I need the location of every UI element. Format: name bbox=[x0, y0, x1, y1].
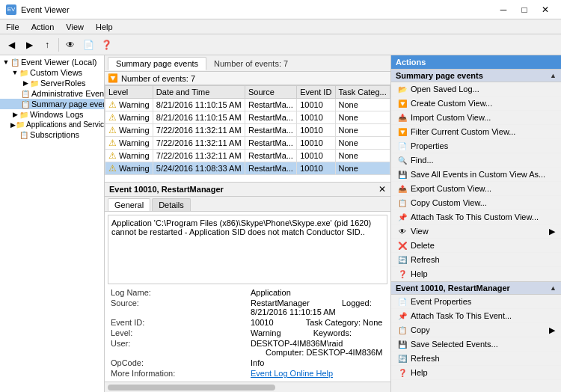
events-table-container: Level Date and Time Source Event ID Task… bbox=[105, 85, 390, 183]
toolbar-show-hide[interactable]: 👁 bbox=[62, 37, 79, 53]
action-item[interactable]: ❓Help bbox=[391, 267, 561, 281]
action-item[interactable]: 📋Copy Custom View... bbox=[391, 196, 561, 210]
col-level[interactable]: Level bbox=[105, 86, 153, 99]
tab-bar: Summary page events Number of events: 7 bbox=[105, 55, 390, 72]
action-label: Help bbox=[411, 368, 428, 377]
action-label: Copy Custom View... bbox=[411, 198, 487, 207]
tree-item-summary-page-events[interactable]: 📋 Summary page events bbox=[0, 99, 104, 109]
action-item[interactable]: 📄Properties bbox=[391, 139, 561, 153]
action-item[interactable]: 👁View▶ bbox=[391, 224, 561, 239]
action-label: Properties bbox=[411, 141, 448, 150]
expand-icon[interactable]: ▶ bbox=[21, 79, 30, 87]
event-detail-title: Event 10010, RestartManager bbox=[109, 185, 224, 194]
toolbar-forward[interactable]: ▶ bbox=[21, 37, 37, 53]
task-category-value: None bbox=[363, 318, 382, 327]
action-item[interactable]: 🔄Refresh bbox=[391, 352, 561, 366]
toolbar: ◀ ▶ ↑ 👁 📄 ❓ bbox=[0, 34, 561, 55]
action-item[interactable]: 💾Save All Events in Custom View As... bbox=[391, 168, 561, 182]
expand-icon[interactable]: ▼ bbox=[10, 69, 19, 76]
menu-file[interactable]: File bbox=[0, 21, 25, 33]
title-bar-text: Event Viewer bbox=[21, 5, 70, 14]
level-value: Warning Keywords: bbox=[248, 328, 387, 338]
action-icon: 🔍 bbox=[397, 155, 408, 165]
opcode-label: OpCode: bbox=[108, 358, 248, 368]
toolbar-up[interactable]: ↑ bbox=[39, 37, 55, 53]
expand-icon[interactable]: ▶ bbox=[10, 121, 16, 129]
menu-help[interactable]: Help bbox=[90, 21, 119, 33]
action-item[interactable]: ❓Help bbox=[391, 366, 561, 380]
menu-bar: File Action View Help bbox=[0, 19, 561, 34]
menu-view[interactable]: View bbox=[60, 21, 90, 33]
table-row[interactable]: ⚠ Warning 7/22/2016 11:32:11 AM RestartM… bbox=[105, 150, 390, 162]
table-row[interactable]: ⚠ Warning 5/24/2016 11:08:33 AM RestartM… bbox=[105, 162, 390, 175]
col-eventid[interactable]: Event ID bbox=[297, 86, 335, 99]
action-item[interactable]: 📌Attach Task To This Event... bbox=[391, 309, 561, 323]
source-value: RestartManager Logged: 8/21/2016 11:10:1… bbox=[248, 298, 387, 317]
action-label: Copy bbox=[411, 325, 430, 334]
action-item[interactable]: 🔍Find... bbox=[391, 153, 561, 168]
table-row[interactable]: ⚠ Warning 8/21/2016 11:10:15 AM RestartM… bbox=[105, 111, 390, 124]
action-item[interactable]: 📂Open Saved Log... bbox=[391, 82, 561, 97]
action-item[interactable]: 🔽Filter Current Custom View... bbox=[391, 125, 561, 139]
expand-icon[interactable]: ▼ bbox=[1, 58, 10, 66]
action-item[interactable]: ❌Delete bbox=[391, 239, 561, 253]
table-row[interactable]: ⚠ Warning 7/22/2016 11:32:11 AM RestartM… bbox=[105, 124, 390, 137]
col-datetime[interactable]: Date and Time bbox=[153, 86, 245, 99]
toolbar-help[interactable]: ❓ bbox=[98, 37, 114, 53]
action-item[interactable]: 📌Attach Task To This Custom View... bbox=[391, 210, 561, 224]
action-icon: 💾 bbox=[397, 169, 408, 180]
event-detail-tabs: General Details bbox=[105, 197, 390, 212]
expand-icon[interactable]: ▶ bbox=[10, 111, 19, 118]
action-item[interactable]: 📥Import Custom View... bbox=[391, 111, 561, 125]
close-button[interactable]: ✕ bbox=[536, 2, 555, 17]
table-row[interactable]: ⚠ Warning 8/21/2016 11:10:15 AM RestartM… bbox=[105, 99, 390, 111]
col-category[interactable]: Task Categ... bbox=[335, 86, 390, 99]
table-row[interactable]: ⚠ Warning 7/22/2016 11:32:11 AM RestartM… bbox=[105, 137, 390, 150]
tab-general[interactable]: General bbox=[108, 198, 150, 211]
tree-item-subscriptions[interactable]: 📋 Subscriptions bbox=[0, 129, 104, 140]
events-count: Number of events: 7 bbox=[208, 58, 294, 70]
h-scrollbar[interactable] bbox=[108, 385, 275, 391]
action-item[interactable]: 📄Event Properties bbox=[391, 295, 561, 309]
tree-item-custom-views[interactable]: ▼ 📁 Custom Views bbox=[0, 67, 104, 78]
tree-item-event-viewer-local[interactable]: ▼ 📋 Event Viewer (Local) bbox=[0, 57, 104, 67]
tree-item-apps-services[interactable]: ▶ 📁 Applications and Services Lo... bbox=[0, 120, 104, 129]
action-icon: 📤 bbox=[397, 183, 408, 194]
tree-item-admin-events[interactable]: 📋 Administrative Events bbox=[0, 88, 104, 99]
col-source[interactable]: Source bbox=[245, 86, 297, 99]
action-item[interactable]: 🔄Refresh bbox=[391, 253, 561, 267]
tab-details[interactable]: Details bbox=[152, 198, 191, 211]
eventid-label: Event ID: bbox=[108, 317, 248, 328]
actions-header: Actions bbox=[391, 55, 561, 69]
events-table: Level Date and Time Source Event ID Task… bbox=[105, 85, 390, 175]
source-label: Source: bbox=[108, 298, 248, 317]
action-label: Filter Current Custom View... bbox=[411, 127, 515, 136]
tree-item-server-roles[interactable]: ▶ 📁 ServerRoles bbox=[0, 78, 104, 88]
toolbar-properties[interactable]: 📄 bbox=[80, 37, 96, 53]
toolbar-back[interactable]: ◀ bbox=[3, 37, 19, 53]
event-detail-close[interactable]: ✕ bbox=[378, 184, 386, 195]
tab-summary-page-events[interactable]: Summary page events bbox=[108, 57, 206, 70]
minimize-button[interactable]: ─ bbox=[494, 2, 513, 17]
action-item[interactable]: 📋Copy▶ bbox=[391, 323, 561, 337]
action-item[interactable]: 📤Export Custom View... bbox=[391, 182, 561, 196]
menu-action[interactable]: Action bbox=[25, 21, 61, 33]
action-item[interactable]: 🔽Create Custom View... bbox=[391, 97, 561, 111]
title-bar-controls: ─ □ ✕ bbox=[494, 2, 555, 17]
tree-icon: 📋 bbox=[21, 100, 30, 108]
event-log-online-help-link[interactable]: Event Log Online Help bbox=[251, 369, 333, 378]
action-icon: 📂 bbox=[397, 84, 408, 94]
tree-item-windows-logs[interactable]: ▶ 📁 Windows Logs bbox=[0, 109, 104, 120]
submenu-arrow: ▶ bbox=[549, 325, 555, 335]
tree-icon: 📁 bbox=[16, 120, 25, 129]
maximize-button[interactable]: □ bbox=[515, 2, 534, 17]
action-icon: 📥 bbox=[397, 112, 408, 123]
action-label: Create Custom View... bbox=[411, 99, 492, 108]
submenu-arrow: ▶ bbox=[549, 227, 555, 236]
action-item[interactable]: 💾Save Selected Events... bbox=[391, 337, 561, 352]
action-label: Save Selected Events... bbox=[411, 340, 498, 349]
user-label: User: bbox=[108, 338, 248, 358]
section-header-event: Event 10010, RestartManager ▲ bbox=[391, 281, 561, 295]
section-collapse-arrow[interactable]: ▲ bbox=[550, 72, 557, 79]
section-collapse-arrow-2[interactable]: ▲ bbox=[550, 284, 557, 292]
